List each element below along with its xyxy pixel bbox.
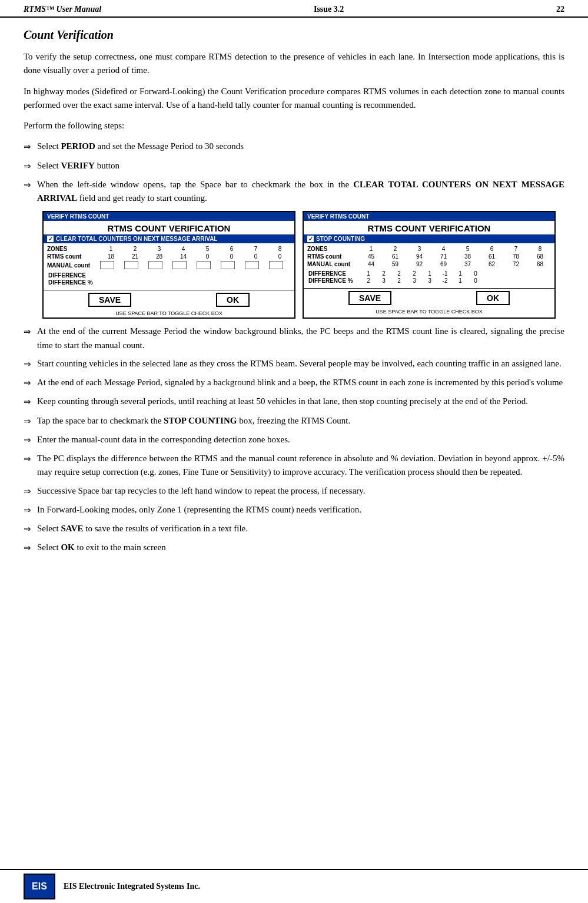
page-wrapper: RTMS™ User Manual Issue 3.2 22 Count Ver…: [0, 0, 588, 903]
bullet-bold-ok: OK: [61, 543, 74, 552]
bullet-text-13: Select SAVE to save the results of verif…: [37, 522, 564, 535]
right-manual-val-3: 92: [407, 260, 431, 268]
right-zones-table: ZONES 1 2 3 4 5 6 7 8 RTMS count 4: [306, 245, 552, 268]
left-ok-button[interactable]: OK: [216, 293, 250, 307]
arrow-icon-9: ⇒: [24, 434, 31, 447]
bullet-text-10: The PC displays the difference between t…: [37, 452, 564, 479]
left-heading: RTMS COUNT VERIFICATION: [44, 221, 294, 234]
left-manual-label: MANUAL count: [46, 260, 99, 270]
right-zones-header-row: ZONES 1 2 3 4 5 6 7 8: [306, 245, 552, 253]
right-save-button[interactable]: SAVE: [348, 291, 391, 305]
right-zone-num-8: 8: [528, 245, 552, 253]
right-zone-num-2: 2: [383, 245, 407, 253]
arrow-icon-3: ⇒: [24, 178, 31, 192]
left-footer: SAVE OK: [44, 290, 294, 309]
left-manual-input-8[interactable]: [268, 260, 292, 270]
right-ok-button[interactable]: OK: [476, 291, 510, 305]
right-footer: SAVE OK: [304, 288, 554, 307]
right-checkbox-label: STOP COUNTING: [316, 236, 365, 242]
bullet-item-3: ⇒ When the left-side window opens, tap t…: [24, 178, 564, 206]
right-diff-v1: 1: [361, 270, 376, 277]
arrow-icon-6: ⇒: [24, 376, 31, 390]
right-diff-row: DIFFERENCE 1 2 2 2 1 -1 1 0: [308, 270, 550, 277]
bullet-bold-verify: VERIFY: [61, 161, 95, 170]
zone-num-7: 7: [244, 245, 268, 253]
left-manual-input-1[interactable]: [99, 260, 123, 270]
right-manual-val-1: 44: [359, 260, 383, 268]
zone-num-1: 1: [99, 245, 123, 253]
right-rtms-val-2: 61: [383, 253, 407, 260]
left-diff-row: DIFFERENCE: [48, 272, 290, 279]
right-manual-val-6: 62: [480, 260, 504, 268]
bullet-bold-clear: CLEAR TOTAL COUNTERS ON NEXT MESSAGE ARR…: [37, 180, 564, 203]
zone-num-6: 6: [220, 245, 244, 253]
right-manual-label: MANUAL count: [306, 260, 359, 268]
zone-num-5: 5: [195, 245, 220, 253]
left-save-button[interactable]: SAVE: [88, 293, 131, 307]
left-checkbox-label: CLEAR TOTAL COUNTERS ON NEXT MESSAGE ARR…: [56, 236, 217, 242]
bullet-item-4: ⇒ At the end of the current Message Peri…: [24, 325, 564, 352]
header-product: RTMS™ User Manual: [24, 5, 101, 14]
right-heading: RTMS COUNT VERIFICATION: [304, 221, 554, 234]
right-diff-area: DIFFERENCE 1 2 2 2 1 -1 1 0: [304, 269, 554, 286]
zone-num-2: 2: [123, 245, 147, 253]
right-rtms-label: RTMS count: [306, 253, 359, 260]
right-manual-val-2: 59: [383, 260, 407, 268]
right-pct-v7: 1: [453, 277, 467, 284]
zones-col-label: ZONES: [46, 245, 99, 253]
right-pct-v4: 3: [407, 277, 421, 284]
bullet-item-1: ⇒ Select PERIOD and set the Message Peri…: [24, 140, 564, 154]
right-pct-v8: 0: [469, 277, 483, 284]
arrow-icon-11: ⇒: [24, 485, 31, 498]
arrow-icon-14: ⇒: [24, 541, 31, 555]
right-manual-val-5: 37: [456, 260, 480, 268]
bullet-item-7: ⇒ Keep counting through several periods,…: [24, 395, 564, 409]
left-manual-input-5[interactable]: [195, 260, 220, 270]
right-checkbox-row: ✓ STOP COUNTING: [304, 234, 554, 243]
left-checkbox: ✓: [47, 236, 54, 242]
right-diff-v4: 2: [407, 270, 421, 277]
right-pct-v5: 3: [423, 277, 437, 284]
zones-header-row: ZONES 1 2 3 4 5 6 7 8: [46, 245, 292, 253]
left-manual-input-7[interactable]: [244, 260, 268, 270]
right-zone-num-1: 1: [359, 245, 383, 253]
left-manual-input-6[interactable]: [220, 260, 244, 270]
right-pct-v2: 3: [377, 277, 391, 284]
arrow-icon-4: ⇒: [24, 325, 31, 339]
right-zones-area: ZONES 1 2 3 4 5 6 7 8 RTMS count 4: [304, 245, 554, 268]
bullet-bold-stop-counting: STOP COUNTING: [164, 416, 237, 425]
left-manual-row: MANUAL count: [46, 260, 292, 270]
right-pct-v3: 2: [392, 277, 406, 284]
left-zones-area: ZONES 1 2 3 4 5 6 7 8 RTMS count 1: [44, 245, 294, 270]
left-zones-table: ZONES 1 2 3 4 5 6 7 8 RTMS count 1: [46, 245, 292, 270]
left-title-bar: VERIFY RTMS COUNT: [44, 212, 294, 221]
bullet-item-2: ⇒ Select VERIFY button: [24, 159, 564, 173]
bullet-text-1: Select PERIOD and set the Message Period…: [37, 140, 564, 153]
bullet-item-12: ⇒ In Forward-Looking modes, only Zone 1 …: [24, 503, 564, 517]
left-manual-input-2[interactable]: [123, 260, 147, 270]
bullet-item-5: ⇒ Start counting vehicles in the selecte…: [24, 357, 564, 371]
arrow-icon-12: ⇒: [24, 504, 31, 517]
bullet-text-5: Start counting vehicles in the selected …: [37, 357, 564, 371]
zone-num-8: 8: [268, 245, 292, 253]
bullet-text-12: In Forward-Looking modes, only Zone 1 (r…: [37, 503, 564, 517]
right-rtms-val-6: 61: [480, 253, 504, 260]
left-manual-input-3[interactable]: [147, 260, 171, 270]
left-rtms-row: RTMS count 18 21 28 14 0 0 0 0: [46, 253, 292, 260]
right-zone-num-5: 5: [456, 245, 480, 253]
right-rtms-row: RTMS count 45 61 94 71 38 61 78 68: [306, 253, 552, 260]
paragraph-2: In highway modes (Sidefired or Forward-L…: [24, 85, 564, 113]
paragraph-1: To verify the setup correctness, one mus…: [24, 50, 564, 78]
right-diff-v8: 0: [469, 270, 483, 277]
right-zone-num-3: 3: [407, 245, 431, 253]
right-rtms-val-3: 94: [407, 253, 431, 260]
right-manual-val-8: 68: [528, 260, 552, 268]
arrow-icon-1: ⇒: [24, 140, 31, 154]
left-diff-label: DIFFERENCE: [48, 272, 101, 279]
screenshot-left: VERIFY RTMS COUNT RTMS COUNT VERIFICATIO…: [42, 211, 295, 319]
right-rtms-val-7: 78: [504, 253, 528, 260]
left-rtms-val-2: 21: [123, 253, 147, 260]
left-manual-input-4[interactable]: [171, 260, 195, 270]
left-diff-pct-label: DIFFERENCE %: [48, 279, 101, 286]
bullet-text-11: Successive Space bar tap recycles to the…: [37, 484, 564, 498]
